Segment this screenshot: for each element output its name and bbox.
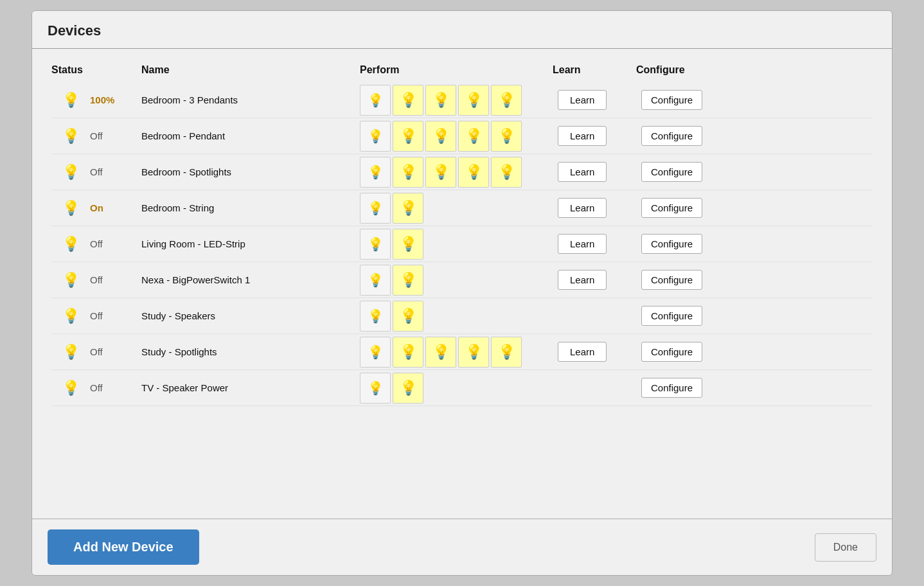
add-new-device-button[interactable]: Add New Device (48, 529, 199, 565)
table-row: 💡OffLiving Room - LED-Strip💡💡LearnConfig… (51, 226, 873, 262)
column-headers: StatusNamePerformLearnConfigure (51, 64, 873, 78)
perform-bulb-1[interactable]: 💡 (393, 229, 423, 260)
device-name: Bedroom - Spotlights (141, 166, 360, 177)
dialog-body: StatusNamePerformLearnConfigure 💡100%Bed… (32, 49, 892, 519)
perform-buttons: 💡💡💡💡💡 (360, 337, 553, 368)
learn-button[interactable]: Learn (558, 126, 607, 146)
device-name: TV - Speaker Power (141, 382, 360, 393)
table-row: 💡100%Bedroom - 3 Pendants💡💡💡💡💡LearnConfi… (51, 82, 873, 118)
configure-button[interactable]: Configure (641, 306, 702, 326)
learn-cell: Learn (553, 162, 636, 182)
dialog-header: Devices (32, 11, 892, 49)
perform-bulb-4[interactable]: 💡 (491, 337, 522, 368)
perform-bulb-1[interactable]: 💡 (393, 157, 423, 188)
status-text: On (90, 202, 141, 213)
header-status-value (90, 64, 141, 76)
learn-button[interactable]: Learn (558, 342, 607, 362)
header-status: Status (51, 64, 90, 76)
table-row: 💡OffNexa - BigPowerSwitch 1💡💡LearnConfig… (51, 262, 873, 298)
perform-bulb-1[interactable]: 💡 (393, 337, 423, 368)
learn-button[interactable]: Learn (558, 162, 607, 182)
perform-bulb-0[interactable]: 💡 (360, 193, 391, 224)
devices-dialog: Devices StatusNamePerformLearnConfigure … (31, 10, 893, 576)
status-text: Off (90, 166, 141, 177)
learn-button[interactable]: Learn (558, 90, 607, 110)
configure-cell: Configure (636, 234, 739, 254)
status-icon: 💡 (51, 308, 90, 324)
table-row: 💡OffBedroom - Pendant💡💡💡💡💡LearnConfigure (51, 118, 873, 154)
configure-button[interactable]: Configure (641, 234, 702, 254)
configure-button[interactable]: Configure (641, 126, 702, 146)
perform-bulb-0[interactable]: 💡 (360, 157, 391, 188)
header-configure: Configure (636, 64, 739, 76)
perform-buttons: 💡💡💡💡💡 (360, 85, 553, 116)
perform-bulb-1[interactable]: 💡 (393, 265, 423, 296)
perform-buttons: 💡💡 (360, 265, 553, 296)
perform-buttons: 💡💡 (360, 229, 553, 260)
device-name: Bedroom - 3 Pendants (141, 94, 360, 105)
table-row: 💡OnBedroom - String💡💡LearnConfigure (51, 190, 873, 226)
perform-bulb-3[interactable]: 💡 (458, 157, 489, 188)
table-row: 💡OffTV - Speaker Power💡💡Configure (51, 370, 873, 406)
configure-cell: Configure (636, 306, 739, 326)
perform-bulb-4[interactable]: 💡 (491, 121, 522, 152)
configure-button[interactable]: Configure (641, 378, 702, 398)
configure-button[interactable]: Configure (641, 270, 702, 290)
configure-button[interactable]: Configure (641, 198, 702, 218)
perform-bulb-3[interactable]: 💡 (458, 121, 489, 152)
learn-button[interactable]: Learn (558, 270, 607, 290)
perform-bulb-3[interactable]: 💡 (458, 337, 489, 368)
device-name: Nexa - BigPowerSwitch 1 (141, 274, 360, 285)
dialog-title: Devices (48, 22, 876, 39)
perform-bulb-1[interactable]: 💡 (393, 193, 423, 224)
perform-bulb-1[interactable]: 💡 (393, 85, 423, 116)
table-row: 💡OffStudy - Speakers💡💡Configure (51, 298, 873, 334)
perform-bulb-0[interactable]: 💡 (360, 229, 391, 260)
perform-bulb-2[interactable]: 💡 (425, 337, 456, 368)
learn-button[interactable]: Learn (558, 234, 607, 254)
perform-bulb-0[interactable]: 💡 (360, 301, 391, 332)
configure-cell: Configure (636, 378, 739, 398)
perform-buttons: 💡💡 (360, 373, 553, 404)
perform-buttons: 💡💡 (360, 301, 553, 332)
dialog-footer: Add New Device Done (32, 519, 892, 575)
device-name: Living Room - LED-Strip (141, 238, 360, 249)
status-text: Off (90, 238, 141, 249)
device-name: Bedroom - String (141, 202, 360, 213)
configure-cell: Configure (636, 90, 739, 110)
learn-cell: Learn (553, 126, 636, 146)
status-text: 100% (90, 94, 141, 105)
configure-cell: Configure (636, 162, 739, 182)
configure-cell: Configure (636, 198, 739, 218)
perform-bulb-2[interactable]: 💡 (425, 121, 456, 152)
status-text: Off (90, 310, 141, 321)
perform-bulb-1[interactable]: 💡 (393, 121, 423, 152)
perform-buttons: 💡💡 (360, 193, 553, 224)
perform-bulb-2[interactable]: 💡 (425, 85, 456, 116)
perform-bulb-0[interactable]: 💡 (360, 373, 391, 404)
configure-button[interactable]: Configure (641, 342, 702, 362)
status-text: Off (90, 130, 141, 141)
perform-bulb-0[interactable]: 💡 (360, 85, 391, 116)
perform-bulb-1[interactable]: 💡 (393, 301, 423, 332)
configure-cell: Configure (636, 126, 739, 146)
perform-bulb-1[interactable]: 💡 (393, 373, 423, 404)
status-text: Off (90, 382, 141, 393)
perform-bulb-0[interactable]: 💡 (360, 337, 391, 368)
perform-bulb-3[interactable]: 💡 (458, 85, 489, 116)
header-learn: Learn (553, 64, 636, 76)
table-row: 💡OffStudy - Spotlights💡💡💡💡💡LearnConfigur… (51, 334, 873, 370)
perform-bulb-2[interactable]: 💡 (425, 157, 456, 188)
learn-button[interactable]: Learn (558, 198, 607, 218)
perform-bulb-4[interactable]: 💡 (491, 85, 522, 116)
perform-bulb-0[interactable]: 💡 (360, 121, 391, 152)
device-name: Study - Spotlights (141, 346, 360, 357)
configure-cell: Configure (636, 270, 739, 290)
configure-button[interactable]: Configure (641, 90, 702, 110)
perform-bulb-4[interactable]: 💡 (491, 157, 522, 188)
header-name: Name (141, 64, 360, 76)
configure-button[interactable]: Configure (641, 162, 702, 182)
perform-bulb-0[interactable]: 💡 (360, 265, 391, 296)
status-text: Off (90, 274, 141, 285)
done-button[interactable]: Done (815, 533, 876, 562)
